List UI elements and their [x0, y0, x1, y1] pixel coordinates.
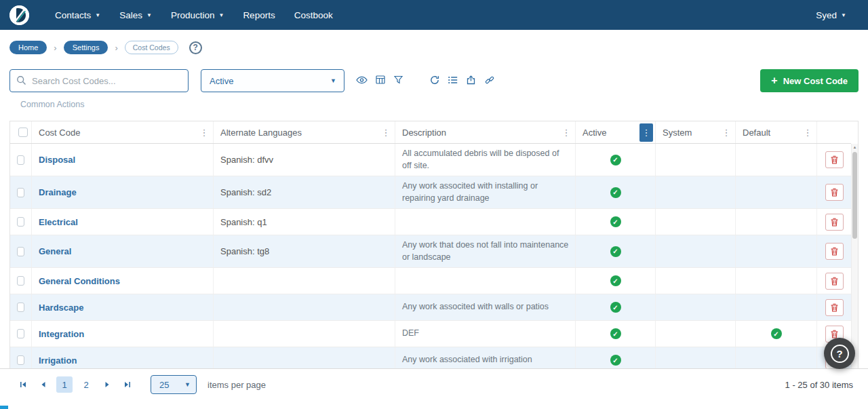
previous-page-button[interactable]	[35, 376, 52, 393]
column-label: System	[663, 128, 692, 138]
cost-code-link[interactable]: Electrical	[39, 217, 78, 227]
alternate-cell	[214, 347, 395, 369]
delete-button[interactable]	[825, 299, 844, 316]
description-cell: Any work associted with installing or re…	[395, 176, 576, 208]
delete-button[interactable]	[825, 184, 844, 201]
table-row: Hardscape Any work associted with walls …	[10, 294, 851, 321]
columns-button[interactable]	[371, 71, 389, 91]
table-body: Disposal Spanish: dfvv All accumulated d…	[10, 144, 858, 369]
table-header-row: Cost Code ⋮ Alternate Languages ⋮ Descri…	[10, 121, 851, 144]
scrollbar-thumb[interactable]	[852, 152, 857, 239]
column-menu-icon[interactable]: ⋮	[719, 123, 733, 142]
row-checkbox[interactable]	[17, 247, 24, 256]
delete-button[interactable]	[825, 151, 844, 168]
cost-code-link[interactable]: Irrigation	[39, 355, 77, 366]
alternate-cell: Spanish: dfvv	[214, 144, 395, 176]
link-button[interactable]	[480, 71, 498, 91]
search-input[interactable]	[9, 69, 189, 92]
user-name: Syed	[816, 10, 837, 20]
pagination-bar: 1 2 25 ▼ items per page 1 - 25 of 30 ite…	[0, 368, 868, 400]
active-check-icon: ✓	[610, 246, 621, 257]
row-checkbox[interactable]	[17, 303, 24, 312]
list-view-button[interactable]	[443, 71, 462, 91]
table-row: General Spanish: tg8 Any work that does …	[10, 235, 851, 268]
delete-button[interactable]	[825, 273, 844, 290]
column-header-alternate-languages: Alternate Languages ⋮	[214, 121, 395, 143]
description-cell: Any work that does not fall into mainten…	[395, 235, 576, 267]
breadcrumb-settings[interactable]: Settings	[64, 41, 108, 54]
refresh-button[interactable]	[425, 71, 443, 91]
description-cell	[395, 268, 576, 294]
first-page-button[interactable]	[15, 376, 31, 393]
row-checkbox[interactable]	[17, 155, 24, 165]
next-page-button[interactable]	[99, 376, 115, 393]
active-check-icon: ✓	[610, 216, 621, 227]
row-checkbox[interactable]	[17, 217, 24, 227]
cost-code-link[interactable]: Drainage	[39, 187, 77, 197]
row-checkbox[interactable]	[17, 276, 24, 286]
brand-logo[interactable]	[9, 5, 29, 25]
top-navbar: Contacts ▼ Sales ▼ Production ▼ Reports …	[0, 0, 868, 30]
items-range-label: 1 - 25 of 30 items	[785, 380, 853, 390]
user-menu[interactable]: Syed ▼	[806, 0, 856, 30]
nav-item-contacts[interactable]: Contacts ▼	[45, 0, 110, 30]
page-size-select[interactable]: 25 ▼	[151, 375, 197, 394]
floating-help-button[interactable]: ?	[824, 338, 855, 369]
new-cost-code-button[interactable]: + New Cost Code	[760, 69, 859, 92]
last-page-button[interactable]	[119, 376, 136, 393]
refresh-icon	[430, 75, 439, 87]
cost-code-link[interactable]: Hardscape	[39, 303, 83, 313]
cost-code-link[interactable]: General	[39, 246, 71, 256]
active-check-icon: ✓	[610, 275, 621, 286]
list-icon	[448, 76, 458, 86]
column-label: Active	[583, 128, 606, 138]
column-menu-icon[interactable]: ⋮	[801, 123, 814, 142]
search-box	[9, 69, 189, 92]
column-menu-icon[interactable]: ⋮	[197, 123, 211, 142]
link-icon	[485, 75, 494, 87]
help-icon[interactable]: ?	[189, 41, 202, 54]
nav-item-sales[interactable]: Sales ▼	[110, 0, 161, 30]
nav-item-costbook[interactable]: Costbook	[285, 0, 342, 30]
filter-button[interactable]	[389, 71, 408, 91]
column-menu-icon-active[interactable]: ⋮	[639, 123, 653, 142]
scroll-up-arrow-icon[interactable]: ▲	[852, 145, 858, 149]
breadcrumb-separator: ›	[54, 43, 56, 53]
select-all-checkbox[interactable]	[18, 128, 28, 137]
row-checkbox[interactable]	[17, 188, 24, 197]
page-size-label: items per page	[208, 380, 266, 390]
table-scrollbar[interactable]: ▲	[851, 144, 858, 369]
cost-code-link[interactable]: General Conditions	[39, 276, 120, 286]
alternate-cell	[214, 268, 395, 294]
row-checkbox[interactable]	[17, 355, 24, 365]
column-label: Alternate Languages	[220, 128, 302, 138]
chevron-down-icon: ▼	[146, 12, 152, 18]
visibility-button[interactable]	[353, 71, 371, 91]
export-button[interactable]	[462, 71, 480, 91]
delete-button[interactable]	[825, 214, 844, 231]
page-number-1[interactable]: 1	[56, 376, 73, 393]
alternate-cell	[214, 294, 395, 320]
chevron-down-icon: ▼	[841, 12, 846, 18]
question-mark-icon: ?	[831, 345, 849, 363]
nav-item-reports[interactable]: Reports	[233, 0, 284, 30]
table-row: Disposal Spanish: dfvv All accumulated d…	[10, 144, 851, 176]
eye-icon	[356, 76, 368, 86]
page-size-value: 25	[159, 380, 169, 390]
column-menu-icon[interactable]: ⋮	[379, 123, 393, 142]
row-checkbox[interactable]	[17, 329, 24, 338]
page-number-2[interactable]: 2	[78, 376, 94, 393]
delete-button[interactable]	[825, 243, 844, 260]
common-actions-link[interactable]: Common Actions	[9, 100, 84, 111]
breadcrumb-home[interactable]: Home	[9, 41, 47, 54]
column-label: Description	[402, 128, 446, 138]
last-page-icon	[123, 381, 132, 389]
cost-code-link[interactable]: Disposal	[39, 155, 75, 165]
brand-logo-icon	[9, 5, 29, 25]
status-filter-dropdown[interactable]: Active ▼	[201, 69, 344, 92]
description-cell: Any work associted with walls or patios	[395, 294, 576, 320]
nav-item-production[interactable]: Production ▼	[161, 0, 233, 30]
column-menu-icon[interactable]: ⋮	[559, 123, 573, 142]
active-check-icon: ✓	[610, 328, 621, 339]
cost-code-link[interactable]: Integration	[39, 329, 84, 339]
